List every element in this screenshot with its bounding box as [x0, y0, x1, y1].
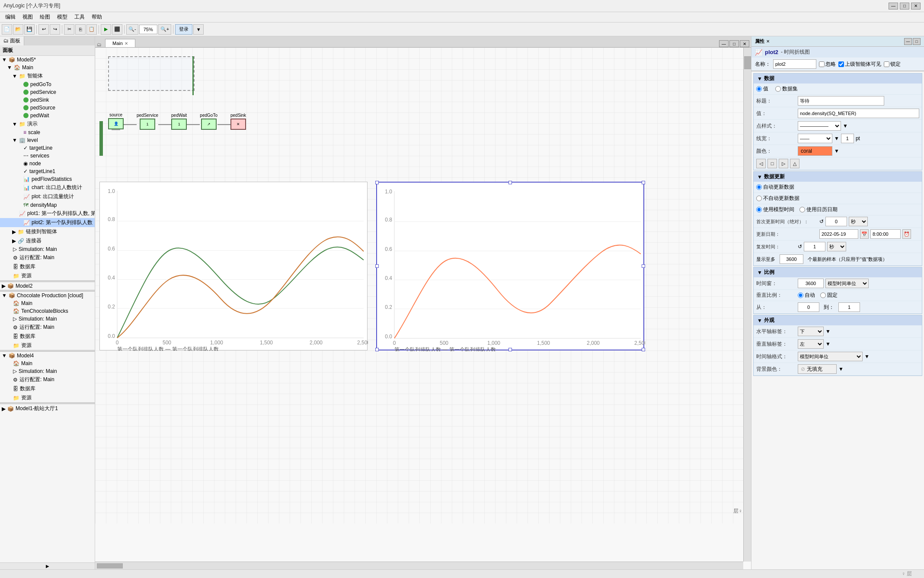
tree-scroll-right[interactable]: ▶: [0, 562, 95, 569]
time-window-input[interactable]: [798, 279, 824, 288]
ignore-checkbox[interactable]: [819, 61, 825, 67]
next-button[interactable]: ▷: [779, 159, 788, 168]
date-cal-icon[interactable]: 📅: [860, 229, 869, 239]
tree-model4-resource[interactable]: 📁 资源: [0, 393, 95, 402]
tree-services[interactable]: ⋯ services: [0, 152, 95, 160]
tree-model4-db[interactable]: 🗄 数据库: [0, 384, 95, 393]
vertical-scrollbar[interactable]: [743, 48, 751, 562]
calendar-time-radio[interactable]: [799, 207, 805, 212]
tree-targetline1[interactable]: ✓ targetLine1: [0, 167, 95, 175]
time-axis-select[interactable]: 模型时间单位 秒: [798, 352, 863, 361]
tree-choc-main[interactable]: 🏠 Main: [0, 299, 95, 307]
toolbar-run[interactable]: ▶: [101, 24, 111, 35]
zoom-input[interactable]: 75%: [139, 25, 157, 34]
tree-model4-main[interactable]: 🏠 Main: [0, 360, 95, 367]
menu-model[interactable]: 模型: [54, 13, 71, 22]
h-scrollbar-thumb[interactable]: [97, 563, 123, 568]
tree-resource[interactable]: 📁 资源: [0, 271, 95, 280]
toolbar-new[interactable]: 📄: [2, 24, 12, 35]
auto-scale-radio[interactable]: [798, 292, 803, 298]
h-axis-select[interactable]: 下 上 无: [798, 327, 824, 336]
tree-plot1[interactable]: 📈 plot1: 第一个队列排队人数, 第: [0, 209, 95, 218]
tree-model4-config[interactable]: ⚙ 运行配置: Main: [0, 375, 95, 384]
point-style-select[interactable]: —————— - - - - - · · · · ·: [798, 121, 841, 131]
tree-choc-resource[interactable]: 📁 资源: [0, 341, 95, 350]
tree-sim-main[interactable]: ▷ Simulation: Main: [0, 245, 95, 253]
props-maximize[interactable]: □: [913, 38, 921, 45]
manual-update-radio[interactable]: [756, 196, 762, 201]
value-radio[interactable]: [756, 86, 762, 92]
tree-choc-sim[interactable]: ▷ Simulation: Main: [0, 315, 95, 323]
minimize-button[interactable]: —: [889, 3, 898, 10]
v-axis-select[interactable]: 左 右 无: [798, 339, 824, 349]
tree-plot2[interactable]: 📈 plot2: 第一个队列排队人数: [0, 218, 95, 227]
toolbar-save[interactable]: 💾: [24, 24, 35, 35]
menu-draw[interactable]: 绘图: [36, 13, 54, 22]
recurrence-input[interactable]: [804, 242, 825, 251]
triangle-button[interactable]: △: [790, 159, 799, 168]
appearance-section-header[interactable]: ▼ 外观: [754, 315, 922, 325]
superior-checkbox[interactable]: [838, 61, 844, 67]
color-swatch[interactable]: coral: [798, 146, 832, 156]
canvas-area[interactable]: source 👤 pedService 1: [95, 48, 751, 569]
toolbar-login-dropdown[interactable]: ▼: [193, 24, 204, 35]
toolbar-cut[interactable]: ✂: [64, 24, 74, 35]
tree-db[interactable]: 🗄 数据库: [0, 262, 95, 271]
tree-pedsource[interactable]: pedSource: [0, 104, 95, 112]
prev-button[interactable]: ◁: [756, 159, 766, 168]
tree-demo-folder[interactable]: ▼ 📁 演示: [0, 119, 95, 128]
tree-pedflow[interactable]: 📊 pedFlowStatistics: [0, 175, 95, 183]
tree-main[interactable]: ▼ 🏠 Main: [0, 64, 95, 71]
toolbar-zoom-out[interactable]: 🔍-: [126, 24, 138, 35]
tree-node[interactable]: ◉ node: [0, 160, 95, 167]
main-tab[interactable]: Main ✕: [105, 39, 135, 47]
tree-targetline[interactable]: ✓ targetLine: [0, 144, 95, 152]
toolbar-redo[interactable]: ↪: [50, 24, 60, 35]
line-width-input[interactable]: [841, 134, 854, 143]
tree-level-folder[interactable]: ▼ 🏢 level: [0, 136, 95, 144]
toolbar-zoom-in[interactable]: 🔍+: [158, 24, 171, 35]
center-close[interactable]: ✕: [740, 40, 749, 47]
update-date-input[interactable]: [819, 229, 858, 239]
tree-model2[interactable]: ▶ 📦 Model2: [0, 282, 95, 290]
fixed-scale-radio[interactable]: [820, 292, 826, 298]
tree-agents-folder[interactable]: ▼ 📁 智能体: [0, 71, 95, 80]
tree-plot-exit[interactable]: 📈 plot: 出口流量统计: [0, 192, 95, 201]
tree-choc-db[interactable]: 🗄 数据库: [0, 332, 95, 341]
time-spin-icon[interactable]: ⏰: [902, 229, 911, 239]
data-section-header[interactable]: ▼ 数据: [754, 74, 922, 83]
name-input[interactable]: [773, 59, 816, 69]
tree-pedsink[interactable]: pedSink: [0, 96, 95, 104]
line-style-select[interactable]: ——: [798, 134, 832, 143]
toolbar-undo[interactable]: ↩: [38, 24, 49, 35]
chart-bottom-right[interactable]: 1.0 0.8 0.6 0.4 0.2 0.0 0 500: [376, 182, 644, 350]
scale-section-header[interactable]: ▼ 比例: [754, 267, 922, 277]
tree-model5[interactable]: ▼ 📦 Model5*: [0, 56, 95, 64]
lock-checkbox[interactable]: [884, 61, 889, 67]
tree-scale[interactable]: ≡ scale: [0, 128, 95, 136]
menu-edit[interactable]: 编辑: [2, 13, 19, 22]
tree-chocolate[interactable]: ▼ 📦 Chocolate Production [cloud]: [0, 292, 95, 299]
bg-color-swatch[interactable]: ⊘ 无填充: [798, 364, 837, 374]
tree-model1[interactable]: ▶ 📦 Model1-航站大厅1: [0, 404, 95, 413]
square-button[interactable]: □: [767, 159, 777, 168]
panel-tab-main[interactable]: 🗂 面板: [0, 36, 24, 45]
to-input[interactable]: [838, 302, 860, 312]
tree-chocblocks[interactable]: 🏠 TenChocolateBlocks: [0, 307, 95, 315]
menu-tools[interactable]: 工具: [71, 13, 88, 22]
data-update-header[interactable]: ▼ 数据更新: [754, 172, 922, 182]
tree-densitymap[interactable]: 🗺 densityMap: [0, 201, 95, 209]
from-input[interactable]: [798, 302, 819, 312]
model-time-radio[interactable]: [756, 207, 762, 212]
horizontal-scrollbar[interactable]: [95, 562, 743, 569]
tree-chart[interactable]: 📊 chart: 出口总人数统计: [0, 183, 95, 192]
tree-pedservice[interactable]: pedService: [0, 88, 95, 96]
props-minimize[interactable]: —: [904, 38, 912, 45]
right-panel-content[interactable]: ▼ 数据 值 数据集: [751, 71, 924, 569]
toolbar-copy[interactable]: ⎘: [75, 24, 86, 35]
center-maximize[interactable]: □: [729, 40, 739, 47]
close-button[interactable]: ✕: [911, 3, 921, 10]
dataset-radio[interactable]: [775, 86, 781, 92]
scrollbar-thumb[interactable]: [744, 56, 751, 69]
value-input[interactable]: [798, 109, 919, 118]
